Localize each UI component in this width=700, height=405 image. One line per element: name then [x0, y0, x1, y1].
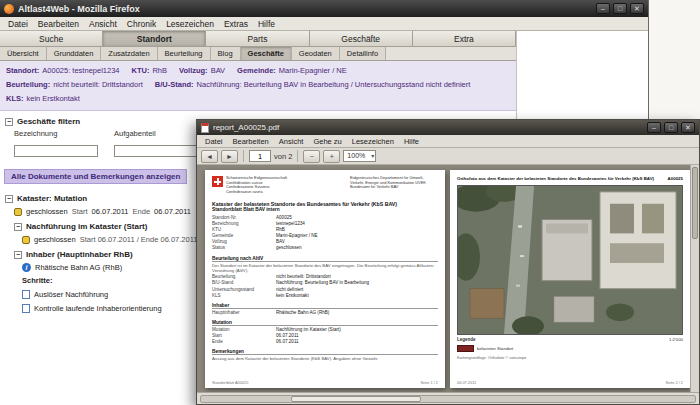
bezeichnung-input[interactable]: [14, 145, 98, 157]
section-heading: Bemerkungen: [212, 349, 438, 355]
minimize-icon[interactable]: –: [647, 122, 661, 133]
show-all-documents-link[interactable]: Alle Dokumente und Bemerkungen anzeigen: [4, 169, 187, 184]
footer-right: Seite 2 / 2: [665, 380, 683, 385]
kataster-section-title: Kataster: Mutation: [17, 194, 87, 203]
collapse-icon[interactable]: −: [14, 251, 22, 259]
menu-bearbeiten[interactable]: Bearbeiten: [33, 19, 84, 29]
page-count-label: von 2: [274, 152, 292, 161]
tab-detailinfo[interactable]: Detailinfo: [340, 47, 386, 60]
tab-beurteilung[interactable]: Beurteilung: [158, 47, 211, 60]
collapse-icon[interactable]: −: [5, 118, 13, 126]
schritt-row-kontrolle[interactable]: Kontrolle laufende Inhaberorientierung ✓: [22, 303, 222, 313]
section-heading: Beurteilung nach AltlV: [212, 256, 438, 262]
tab-geodaten[interactable]: Geodaten: [292, 47, 340, 60]
page-footer: 06.07.2011 Seite 2 / 2: [457, 380, 683, 385]
kls-label: KLS:: [6, 94, 24, 103]
logo-line: Confederaziun svizra: [226, 190, 287, 195]
viewer-titlebar[interactable]: report_A00025.pdf – □ ✕: [197, 120, 699, 135]
menu-lesezeichen[interactable]: Lesezeichen: [161, 19, 219, 29]
zoom-level-select[interactable]: 100%: [343, 150, 376, 162]
ende-date: 06.07.2011: [154, 207, 191, 216]
schritte-label: Schritte:: [22, 276, 52, 285]
ende-label: Ende: [133, 207, 151, 216]
collapse-icon[interactable]: −: [5, 195, 13, 203]
legend-header-row: Legende 1:2'000: [457, 337, 683, 342]
menu-hilfe[interactable]: Hilfe: [399, 137, 424, 146]
vollzug-value: BAV: [211, 66, 225, 75]
ktu-label: KTU:: [132, 66, 150, 75]
legend-title: Legende: [457, 337, 476, 342]
menu-ansicht[interactable]: Ansicht: [84, 19, 122, 29]
collapse-icon[interactable]: −: [14, 223, 22, 231]
close-icon[interactable]: ✕: [630, 3, 644, 14]
page-footer: Standortblatt A00025 Seite 1 / 2: [212, 380, 438, 385]
pdf-page-2: Orthofoto aus dem Kataster der belastete…: [450, 170, 690, 388]
info-line-3: KLS: kein Erstkontakt: [6, 94, 510, 103]
section-paragraph: Der Standort ist im Kataster der belaste…: [212, 263, 438, 274]
scrollbar-thumb[interactable]: [291, 396, 421, 402]
menu-chronik[interactable]: Chronik: [122, 19, 161, 29]
schritt-row-ausloeser[interactable]: Auslöser Nachführung ✓: [22, 289, 222, 299]
beurteilung-value: nicht beurteilt: Drittstandort: [53, 80, 143, 89]
next-page-button[interactable]: ►: [221, 150, 238, 163]
nav-tab-suche[interactable]: Suche: [0, 31, 103, 46]
map-scale: 1:2'000: [669, 337, 683, 342]
menu-lesezeichen[interactable]: Lesezeichen: [347, 137, 399, 146]
bu-stand-label: B/U-Stand:: [155, 80, 194, 89]
zoom-out-button[interactable]: −: [303, 150, 320, 163]
toolbar-separator: [243, 150, 244, 162]
field-row: HauptinhaberRhätische Bahn AG (RhB): [212, 310, 438, 316]
maximize-icon[interactable]: □: [613, 3, 627, 14]
mutation-state: geschlossen: [26, 207, 68, 216]
nav-tab-geschaefte[interactable]: Geschäfte: [310, 31, 413, 46]
aufgabenteil-input[interactable]: [114, 145, 198, 157]
info-line-1: Standort: A00025: testnepel1234 KTU: RhB…: [6, 66, 510, 75]
horizontal-scrollbar[interactable]: [200, 395, 696, 403]
tab-grunddaten[interactable]: Grunddaten: [47, 47, 102, 60]
menu-extras[interactable]: Extras: [219, 19, 253, 29]
nav-tab-extra[interactable]: Extra: [413, 31, 516, 46]
desktop: Altlast4Web - Mozilla Firefox – □ ✕ Date…: [0, 0, 700, 405]
task-icon: [22, 304, 30, 313]
maximize-icon[interactable]: □: [664, 122, 678, 133]
zoom-in-button[interactable]: +: [323, 150, 340, 163]
menu-ansicht[interactable]: Ansicht: [274, 137, 309, 146]
gemeinde-value: Marin-Epagnier / NE: [279, 66, 347, 75]
tab-zusatzdaten[interactable]: Zusatzdaten: [101, 47, 157, 60]
bezeichnung-field-group: Bezeichnung: [14, 129, 98, 157]
tab-uebersicht[interactable]: Übersicht: [0, 47, 47, 60]
viewer-toolbar: ◄ ► von 2 − + 100%: [197, 148, 699, 165]
field-value: kein Erstkontakt: [276, 293, 309, 299]
field-label: Status: [212, 245, 276, 251]
toolbar-separator: [297, 150, 298, 162]
legend-item: belasteter Standort: [457, 345, 683, 352]
field-value: 06.07.2011: [276, 339, 299, 345]
office-line: Bundesamt für Verkehr BAV: [350, 185, 438, 190]
contaminated-site-swatch: [457, 345, 474, 352]
close-icon[interactable]: ✕: [681, 122, 695, 133]
menu-hilfe[interactable]: Hilfe: [253, 19, 280, 29]
tab-blog[interactable]: Blog: [211, 47, 241, 60]
minimize-icon[interactable]: –: [596, 3, 610, 14]
section-heading: Mutation: [212, 320, 438, 326]
confederation-names: Schweizerische Eidgenossenschaft Confédé…: [226, 176, 287, 195]
vertical-scrollbar[interactable]: [690, 165, 699, 392]
firefox-titlebar[interactable]: Altlast4Web - Mozilla Firefox – □ ✕: [0, 0, 648, 17]
nav-tab-parts[interactable]: Parts: [206, 31, 309, 46]
menu-datei[interactable]: Datei: [3, 19, 33, 29]
orthophoto-title: Orthofoto aus dem Kataster der belastete…: [457, 176, 654, 181]
filter-section-title: Geschäfte filtern: [17, 117, 80, 126]
window-controls: – □ ✕: [596, 3, 644, 14]
menu-datei[interactable]: Datei: [200, 137, 228, 146]
standort-sub-tabs: Übersicht Grunddaten Zusatzdaten Beurtei…: [0, 47, 516, 61]
previous-page-button[interactable]: ◄: [201, 150, 218, 163]
nachfuehrung-state: geschlossen: [34, 235, 76, 244]
menu-bearbeiten[interactable]: Bearbeiten: [228, 137, 274, 146]
page-number-input[interactable]: [249, 150, 271, 162]
nav-tab-standort[interactable]: Standort: [103, 31, 206, 46]
menu-gehe-zu[interactable]: Gehe zu: [308, 137, 346, 146]
tab-geschaefte[interactable]: Geschäfte: [241, 47, 292, 60]
inhaber-value: Rhätische Bahn AG (RhB): [35, 263, 122, 272]
scrollbar-thumb[interactable]: [692, 167, 698, 239]
field-row: Ende06.07.2011: [212, 339, 438, 345]
